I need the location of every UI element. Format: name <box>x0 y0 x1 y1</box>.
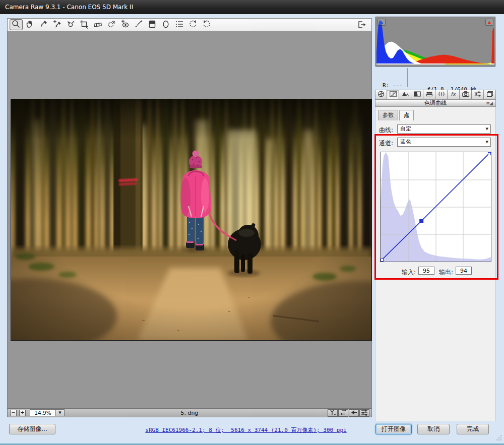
copy-current-settings-icon <box>350 409 358 417</box>
workflow-options-link[interactable]: sRGB IEC61966-2.1; 8 位; 5616 x 3744 (21.… <box>145 426 346 434</box>
settings-tab-strip: fx <box>375 90 496 99</box>
split-toning-tab[interactable] <box>423 90 435 99</box>
channel-value: 蓝色 <box>400 139 411 145</box>
curve-point-0[interactable] <box>381 259 384 262</box>
crop-tool-icon <box>79 19 89 31</box>
hsl-grayscale-tab-icon <box>413 90 422 99</box>
presets-tab[interactable] <box>472 90 484 99</box>
open-image-button[interactable]: 打开图像 <box>375 424 412 434</box>
cancel-button[interactable]: 取消 <box>417 424 450 434</box>
shadow-clipping-indicator[interactable]: ▲ <box>377 19 386 26</box>
r-readout: R: --- <box>383 82 403 89</box>
graduated-filter-tool-button[interactable] <box>146 19 159 30</box>
swap-before-after-icon <box>339 409 347 417</box>
snapshots-tab[interactable] <box>484 90 496 99</box>
title-bar: Camera Raw 9.3.1 - Canon EOS 5D Mark II <box>0 0 504 14</box>
output-label: 输出: <box>439 268 453 277</box>
radial-filter-tool-icon <box>161 19 171 31</box>
panel-header: 色调曲线 ≡◢ <box>375 99 496 107</box>
basic-tab[interactable] <box>375 90 387 99</box>
toggle-fullscreen-button[interactable] <box>355 20 368 31</box>
image-canvas <box>7 31 372 408</box>
red-eye-tool-button[interactable] <box>118 19 132 30</box>
hand-tool-icon <box>25 19 35 31</box>
adjustment-brush-tool-icon <box>134 19 144 31</box>
hand-tool-button[interactable] <box>23 19 36 30</box>
image-info: R: --- G: --- B: --- f/1.8 1/640 秒 ISO 2… <box>375 67 495 89</box>
rgb-histogram: ▲ ▲ <box>375 17 495 67</box>
basic-tab-icon <box>376 90 386 99</box>
targeted-adjustment-tool-icon <box>66 19 76 31</box>
before-after-toggle-button[interactable] <box>328 409 338 417</box>
adjustment-brush-tool-button[interactable] <box>132 19 145 30</box>
chevron-down-icon: ▼ <box>486 125 488 133</box>
camera-calibration-tab[interactable] <box>460 90 472 99</box>
curve-preset-value: 自定 <box>400 125 411 132</box>
tab-parametric[interactable]: 参数 <box>378 110 398 120</box>
curve-preset-dropdown[interactable]: 自定 ▼ <box>397 124 491 134</box>
effects-tab-icon: fx <box>449 90 458 99</box>
zoom-tool-icon <box>11 19 21 31</box>
radial-filter-tool-button[interactable] <box>159 19 172 30</box>
panel-menu-icon[interactable]: ≡◢ <box>486 100 492 107</box>
spot-removal-tool-icon <box>106 19 116 31</box>
curve-input-field[interactable] <box>418 267 434 275</box>
status-bar: 5. dng − + 14.9% ▼ <box>7 408 372 417</box>
svg-text:fx: fx <box>451 91 456 97</box>
straighten-tool-button[interactable] <box>91 19 104 30</box>
copy-current-settings-button[interactable] <box>349 409 359 417</box>
red-eye-tool-icon <box>120 19 130 31</box>
color-sampler-tool-button[interactable] <box>50 19 64 30</box>
presets-tab-icon <box>473 90 482 99</box>
targeted-adjustment-tool-button[interactable] <box>64 19 77 30</box>
spot-removal-tool-button[interactable] <box>105 19 118 30</box>
highlight-clipping-indicator[interactable]: ▲ <box>485 19 493 26</box>
white-balance-tool-icon <box>38 19 48 31</box>
preview-preferences-button[interactable] <box>359 409 369 417</box>
zoom-tool-button[interactable] <box>10 19 23 30</box>
color-sampler-tool-icon <box>52 19 62 31</box>
camera-calibration-tab-icon <box>461 90 470 99</box>
curve-output-field[interactable] <box>456 267 472 275</box>
curve-point-1[interactable] <box>420 219 423 223</box>
hsl-grayscale-tab[interactable] <box>411 90 423 99</box>
channel-dropdown[interactable]: 蓝色 ▼ <box>397 138 491 147</box>
swap-before-after-button[interactable] <box>338 409 348 417</box>
tone-curve-tab-icon <box>389 90 398 99</box>
tone-curve-tab[interactable] <box>387 90 399 99</box>
filename-label: 5. dng <box>8 410 371 416</box>
tab-point[interactable]: 点 <box>399 110 414 120</box>
snapshots-tab-icon <box>485 90 494 99</box>
save-image-button[interactable]: 存储图像... <box>9 424 55 434</box>
tone-curve-editor[interactable] <box>380 152 491 262</box>
preferences-button[interactable] <box>173 19 186 30</box>
preview-preferences-icon <box>360 409 368 417</box>
white-balance-tool-button[interactable] <box>37 19 50 30</box>
done-button[interactable]: 完成 <box>457 424 489 434</box>
resize-grip[interactable] <box>496 435 502 441</box>
chevron-down-icon: ▼ <box>486 138 488 146</box>
lens-corrections-tab-icon <box>437 90 446 99</box>
input-label: 输入: <box>402 268 416 277</box>
straighten-tool-icon <box>93 19 103 31</box>
toolbar <box>7 18 372 31</box>
rotate-left-button[interactable] <box>186 19 200 30</box>
channel-label: 通道: <box>379 139 393 148</box>
rotate-right-button[interactable] <box>200 19 213 30</box>
detail-tab[interactable] <box>399 90 411 99</box>
graduated-filter-tool-icon <box>147 19 157 31</box>
crop-tool-button[interactable] <box>78 19 91 30</box>
preferences-icon <box>174 19 184 31</box>
effects-tab[interactable]: fx <box>448 90 460 99</box>
window-bottom-edge <box>0 443 504 445</box>
rotate-left-icon <box>188 19 198 31</box>
rotate-right-icon <box>202 19 212 31</box>
curve-mode-tabs: 参数 点 <box>378 110 415 120</box>
window-title: Camera Raw 9.3.1 - Canon EOS 5D Mark II <box>5 4 133 11</box>
curve-point-2[interactable] <box>488 153 491 155</box>
photo-preview[interactable] <box>11 99 372 341</box>
lens-corrections-tab[interactable] <box>435 90 448 99</box>
panel-title: 色调曲线 <box>424 100 447 106</box>
curve-label: 曲线: <box>379 126 393 135</box>
detail-tab-icon <box>401 90 410 99</box>
